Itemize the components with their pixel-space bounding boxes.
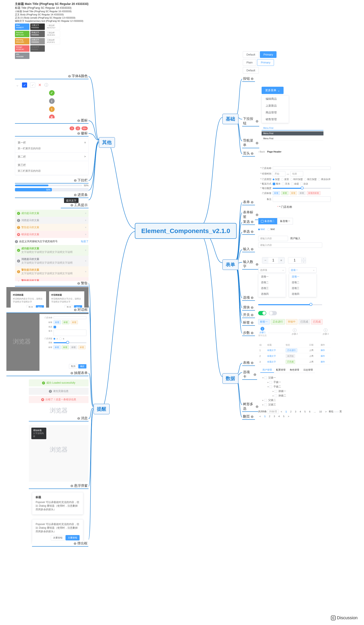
select-input-2[interactable]: 选项一⌄	[289, 267, 317, 273]
expand-icon[interactable]: ⊖	[74, 308, 77, 312]
radio-opt-2[interactable]: text	[267, 228, 275, 231]
page-button[interactable]: 2	[268, 415, 272, 418]
tab[interactable]: 配置管理	[274, 367, 288, 373]
expand-icon[interactable]: ⊖	[74, 193, 77, 197]
page-button[interactable]: <	[280, 410, 283, 413]
checkbox-opt-2[interactable]: 备选项一	[277, 218, 293, 224]
switch-on[interactable]	[258, 311, 266, 315]
leaf-tabs[interactable]: 选项卡⊖	[242, 370, 257, 380]
tab[interactable]: 用户管理	[260, 367, 274, 373]
leaf-collapse[interactable]: ⊖下拉栏	[15, 178, 88, 184]
expand-icon[interactable]: ⊖	[70, 484, 73, 488]
tab[interactable]: 日志管理	[301, 367, 315, 373]
leaf-select[interactable]: 选项⊖	[242, 295, 255, 301]
page-button[interactable]: 4	[277, 415, 281, 418]
cat-form[interactable]: 表单	[222, 259, 239, 270]
btn-primary[interactable]: Primary	[260, 51, 277, 58]
root-node[interactable]: Element_Components_v2.1.0	[135, 223, 237, 239]
close-icon[interactable]: ×	[85, 226, 86, 229]
leaf-dropdown[interactable]: 下拉按钮⊖	[242, 117, 259, 126]
expand-icon[interactable]: ⊖	[251, 331, 253, 335]
select-option[interactable]: 选项二	[258, 280, 286, 285]
discussion-button[interactable]: C Discussion	[331, 615, 358, 620]
close-icon[interactable]: ×	[85, 259, 86, 262]
leaf-progress[interactable]: ⊖进度条	[15, 193, 88, 198]
leaf-icons[interactable]: ⊖图标	[15, 118, 88, 124]
leaf-tooltip[interactable]: ⊖工具提示	[61, 203, 88, 208]
leaf-navmenu[interactable]: 导航菜单⊖	[242, 138, 259, 148]
leaf-pageheader[interactable]: 页头⊖	[242, 151, 255, 156]
expand-icon[interactable]: ⊖	[256, 141, 258, 145]
leaf-alert[interactable]: ⊖警告	[15, 281, 88, 286]
expand-icon[interactable]: ⊖	[251, 361, 253, 365]
page-button[interactable]: 3	[294, 410, 297, 413]
expand-icon[interactable]: ⊖	[256, 405, 258, 409]
page-button[interactable]: >	[286, 415, 290, 418]
page-button[interactable]: 3	[273, 415, 276, 418]
page-button[interactable]: ...	[312, 410, 317, 413]
page-button[interactable]: >	[324, 410, 328, 413]
leaf-form[interactable]: 表单⊖	[242, 200, 255, 205]
leaf-steps[interactable]: 步数⊖	[242, 331, 255, 336]
expand-icon[interactable]: ⊖	[77, 131, 80, 135]
expand-icon[interactable]: ⊖	[251, 77, 253, 81]
expand-icon[interactable]: ⊖	[251, 200, 253, 204]
leaf-formlabel[interactable]: 表单标签⊖	[242, 210, 259, 220]
popconfirm-ok[interactable]: 主要按钮	[65, 535, 80, 540]
expand-icon[interactable]: ⊖	[251, 321, 253, 325]
close-icon[interactable]: ×	[85, 219, 86, 222]
stepper-down-icon[interactable]: ⌄	[302, 261, 306, 263]
page-button[interactable]: 5	[282, 415, 286, 418]
expand-icon[interactable]: ⊖	[74, 541, 76, 546]
select-option[interactable]: 选项四	[289, 291, 316, 297]
check-filled-icon[interactable]: ✓	[22, 82, 27, 88]
expand-icon[interactable]: ⊖	[77, 119, 80, 123]
expand-icon[interactable]: ⊖	[77, 416, 80, 420]
cat-data[interactable]: 数据	[222, 373, 239, 384]
leaf-button[interactable]: 按钮⊖	[242, 76, 255, 82]
collapse-header[interactable]: 第三栏	[15, 161, 88, 169]
back-icon[interactable]: ‹	[258, 150, 259, 153]
leaf-badges[interactable]: ⊖徽标	[15, 131, 88, 136]
select-option[interactable]: 选项一	[289, 274, 316, 280]
radio-opt-1[interactable]: text	[258, 228, 265, 231]
leaf-inputnumber[interactable]: 输入数字⊖	[242, 260, 259, 270]
page-button[interactable]: 1	[263, 415, 267, 418]
expand-icon[interactable]: ⊖	[251, 152, 253, 156]
close-icon[interactable]: ×	[85, 270, 86, 273]
leaf-pagination[interactable]: 翻页⊖	[242, 414, 255, 420]
leaf-popconfirm[interactable]: ⊖弹出框	[32, 541, 88, 547]
btn-plain[interactable]: Plain	[243, 59, 256, 66]
leaf-switch[interactable]: 开关⊖	[242, 313, 255, 318]
leaf-input[interactable]: 输入⊖	[242, 247, 255, 252]
btn-default[interactable]: Default	[243, 51, 259, 58]
expand-icon[interactable]: ⊖	[256, 213, 258, 217]
switch-off[interactable]	[269, 311, 277, 315]
select-option[interactable]: 选项三	[289, 285, 316, 291]
expand-icon[interactable]: ⊖	[68, 74, 71, 78]
leaf-slider[interactable]: 滑块⊖	[242, 305, 255, 311]
text-input[interactable]: 请输入内容	[258, 236, 288, 241]
stepper-up-icon[interactable]: ⌃	[302, 258, 306, 261]
select-option[interactable]: 选项四	[258, 291, 286, 297]
dropdown-item[interactable]: 编辑商品	[262, 95, 289, 102]
stepper-plus[interactable]: +	[278, 257, 284, 263]
leaf-typography[interactable]: ⊖字体&颜色	[15, 74, 88, 79]
page-button[interactable]: 4	[298, 410, 302, 413]
dropdown-item[interactable]: 商品管理	[262, 109, 289, 116]
close-icon[interactable]: ✕	[38, 83, 41, 87]
expand-icon[interactable]: ⊖	[70, 203, 73, 207]
close-icon[interactable]: ×	[85, 212, 86, 215]
collapse-header[interactable]: 第一栏v	[15, 139, 88, 147]
dropdown-item[interactable]: 销售管理	[262, 116, 289, 123]
expand-icon[interactable]: ⊖	[251, 296, 253, 300]
page-button[interactable]: <	[258, 415, 262, 418]
leaf-checkbox[interactable]: 复选⊖	[242, 219, 255, 225]
page-button[interactable]: 1	[284, 410, 288, 413]
close-icon[interactable]: ×	[85, 249, 86, 252]
info-circle-icon[interactable]: ⓘ	[44, 82, 48, 88]
text-input-2[interactable]: 请输入内容	[258, 243, 322, 248]
alert-close-text[interactable]: 知道了	[81, 240, 88, 243]
expand-icon[interactable]: ⊖	[251, 306, 253, 310]
expand-icon[interactable]: ⊖	[251, 313, 253, 317]
